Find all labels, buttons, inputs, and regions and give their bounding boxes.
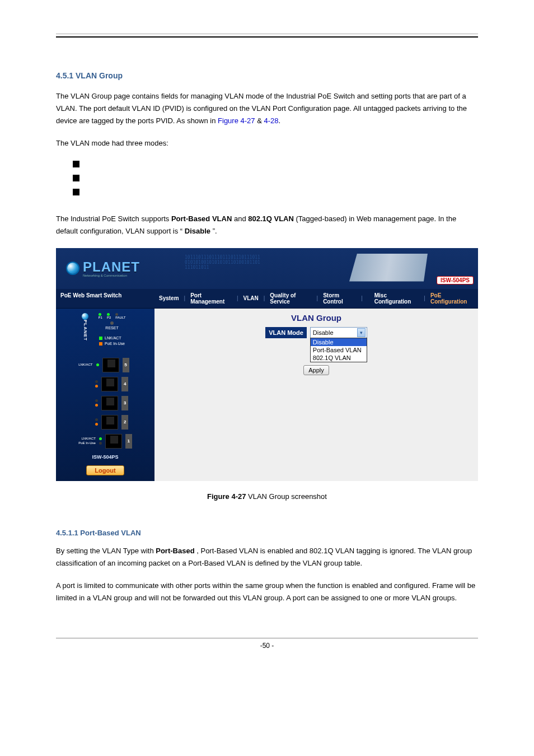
device-port: 3 <box>78 396 132 410</box>
section-heading: 4.5.1 VLAN Group <box>56 71 478 80</box>
status-leds: P1 P2 FAULT <box>99 313 126 319</box>
tab-qos[interactable]: Quality of Service <box>265 289 316 308</box>
figure-nav: PoE Web Smart Switch System| Port Manage… <box>56 289 478 309</box>
dropdown-option[interactable]: 802.1Q VLAN <box>311 354 367 362</box>
led-legend: LNK/ACT PoE In-Use <box>99 335 125 347</box>
figure-caption: Figure 4-27 VLAN Group screenshot <box>56 492 478 501</box>
figure-link-1[interactable]: Figure 4-27 <box>218 116 255 125</box>
vlan-mode-dropdown[interactable]: Disable ▾ Disable Port-Based VLAN 802.1Q… <box>310 327 367 338</box>
sidebar-title: PoE Web Smart Switch <box>56 289 154 308</box>
logout-button[interactable]: Logout <box>86 465 124 475</box>
subsection-heading: 4.5.1.1 Port-Based VLAN <box>56 529 478 537</box>
chevron-down-icon[interactable]: ▾ <box>357 328 366 337</box>
tab-system[interactable]: System <box>154 292 184 305</box>
figure-main: VLAN Group VLAN Mode Disable ▾ Disable P… <box>154 309 478 481</box>
dropdown-option[interactable]: Port-Based VLAN <box>311 346 367 354</box>
dropdown-selected: Disable <box>313 329 334 336</box>
page-footer: -50 - <box>56 638 478 650</box>
planet-orb-icon <box>66 262 79 275</box>
tab-storm[interactable]: Storm Control <box>318 289 360 308</box>
mode-item: Disable <box>86 160 112 168</box>
device-port: LNK/ACT 5 <box>78 358 132 372</box>
sub-paragraph-1: By setting the VLAN Type with Port-Based… <box>56 545 478 570</box>
device-port: 4 <box>78 377 132 391</box>
figure-sidebar: PLANET P1 P2 FAULT RESET <box>56 309 154 481</box>
model-badge: ISW-504PS <box>437 276 474 284</box>
figure-header: PLANET Networking & Communication 101110… <box>56 248 478 289</box>
tab-vlan[interactable]: VLAN <box>238 292 263 305</box>
vlan-mode-label: VLAN Mode <box>265 327 307 338</box>
tab-misc[interactable]: Misc Configuration <box>370 289 424 308</box>
figure-link-2[interactable]: 4-28 <box>264 116 278 125</box>
bullet-icon <box>73 189 79 195</box>
tab-poe[interactable]: PoE Configuration <box>426 289 478 308</box>
apply-button[interactable]: Apply <box>303 365 329 375</box>
device-model-label: ISW-504PS <box>92 454 119 460</box>
sidebar-planet-icon: PLANET <box>82 313 88 341</box>
device-port: LNK/ACT PoE In-Use 1 <box>78 434 132 449</box>
mode-item: Port-Based VLAN <box>86 174 147 182</box>
page-number: -50 - <box>260 642 274 650</box>
modes-intro: The VLAN mode had three modes: <box>56 137 478 150</box>
mode-item: 802.1Q VLAN <box>86 188 132 196</box>
planet-logo: PLANET Networking & Communication <box>56 259 140 277</box>
intro-paragraph: The VLAN Group page contains fields for … <box>56 90 478 127</box>
sub-paragraph-2: A port is limited to communicate with ot… <box>56 580 478 604</box>
reset-indicator: RESET <box>105 321 118 330</box>
support-paragraph: The Industrial PoE Switch supports Port-… <box>56 213 478 237</box>
screenshot-figure: PLANET Networking & Communication 101110… <box>56 248 478 481</box>
binary-decoration: 1011101110111011101110111011010101001010… <box>185 255 260 270</box>
train-art <box>349 254 428 282</box>
bullet-icon <box>73 161 79 167</box>
device-port: 2 <box>78 415 132 430</box>
logo-text: PLANET <box>83 259 140 275</box>
dropdown-list[interactable]: Disable Port-Based VLAN 802.1Q VLAN <box>310 338 367 362</box>
vlan-group-title: VLAN Group <box>291 313 341 323</box>
tab-port-management[interactable]: Port Management <box>186 289 236 308</box>
dropdown-option[interactable]: Disable <box>311 338 367 346</box>
bullet-icon <box>73 175 79 181</box>
vlan-modes-list: Disable Port-Based VLAN 802.1Q VLAN <box>73 160 478 196</box>
